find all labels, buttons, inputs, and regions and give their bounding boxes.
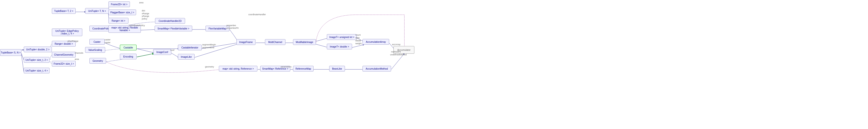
node-unituple-size-t-2[interactable]: UniTuple< size_t, 2 >: [24, 57, 50, 63]
node-range-int[interactable]: Range< int >: [108, 18, 128, 24]
node-encoding[interactable]: Encoding: [120, 54, 136, 59]
label-policy: policy: [142, 18, 147, 20]
label-caster2: caster: [105, 41, 111, 44]
node-flaggerbase-size-t[interactable]: FlaggerBase< size_t >: [108, 9, 136, 15]
label-coordinatehandler: coordinateHandler: [248, 13, 266, 16]
node-map-string-reference[interactable]: map< std::string, Reference >: [219, 66, 257, 71]
label-conf: conf: [170, 49, 174, 51]
node-referencemap[interactable]: ReferenceMap: [293, 66, 313, 71]
label-geometry: geometry: [205, 66, 214, 68]
label-yrange: yRange: [142, 15, 149, 17]
node-unituple-size-t-4[interactable]: UniTuple< size_t, 4 >: [24, 68, 50, 73]
label-methodptr: methodPtr: [391, 51, 401, 53]
node-accumulationmethod[interactable]: AccumulationMethod: [363, 66, 391, 71]
svg-line-9: [137, 54, 154, 57]
diagram-container: TupleBase< 5, N > UniTuple< double, 2 > …: [0, 0, 868, 129]
svg-line-16: [316, 44, 328, 47]
node-castableiterator[interactable]: CastableIterator: [178, 45, 202, 51]
svg-line-18: [352, 45, 364, 47]
node-imaget-double[interactable]: ImageT< double >: [327, 44, 352, 50]
node-imaget-unsigned-int[interactable]: ImageT< unsigned int >: [327, 34, 357, 40]
node-channelgeometry[interactable]: ChannelGeometry: [52, 52, 75, 58]
svg-line-5: [141, 29, 157, 30]
node-modifiableimage[interactable]: ModifiableImage: [293, 39, 316, 45]
node-castable[interactable]: Castable: [120, 45, 136, 51]
node-frame2d-int[interactable]: Frame2D< int >: [108, 1, 130, 7]
svg-line-2: [22, 55, 24, 72]
node-tuplebase-5-n[interactable]: TupleBase< 5, N >: [0, 49, 22, 56]
label-propertiesptr: propertiesPtr: [226, 27, 239, 29]
node-unituple-double-2[interactable]: UniTuple< double, 2 >: [24, 46, 52, 52]
label-xrange: xRange: [142, 12, 149, 15]
label-physrange: physRange: [67, 40, 79, 42]
node-beanlike[interactable]: BeanLike: [329, 66, 345, 71]
svg-line-1: [22, 54, 24, 60]
svg-line-7: [137, 49, 154, 53]
label-caster1: caster: [105, 38, 111, 41]
node-frame2d-size-t[interactable]: Frame2D< size_t >: [52, 61, 75, 66]
node-valuescaling[interactable]: ValueScaling: [85, 47, 105, 53]
label-channels: channels: [75, 52, 83, 54]
svg-line-20: [391, 54, 404, 69]
label-properties: properties: [226, 24, 236, 27]
label-count: count: [355, 34, 361, 36]
label-accarray: accArray: [392, 43, 401, 45]
node-imagelike[interactable]: ImageLike: [178, 54, 194, 60]
label-data: data: [355, 37, 360, 39]
label-coordinatepolicy: _coordinatePolicy: [128, 24, 145, 27]
label-area: area: [139, 1, 144, 4]
node-smartmap-flexiblevariable[interactable]: SmartMap< FlexibleVariable >: [155, 26, 192, 31]
node-imageconf[interactable]: ImageConf: [153, 49, 171, 55]
node-tuplebase-t-2[interactable]: TupleBase< T, 2 >: [52, 8, 75, 14]
label-dict: dict: [142, 9, 145, 12]
node-coordinatehandler2d[interactable]: CoordinateHandler2D: [155, 18, 185, 24]
node-unituple-edgepolicy[interactable]: UniTuple< EdgePolicy::index_t, 4 >: [52, 29, 82, 36]
node-caster[interactable]: Caster: [89, 39, 105, 45]
label-datab: dataB: [355, 39, 361, 42]
label-segmentend: segmentEnd: [202, 46, 214, 49]
svg-line-10: [171, 53, 179, 58]
node-accumulationarray[interactable]: AccumulationArray: [363, 39, 389, 45]
label-area2: area: [75, 58, 79, 60]
label-undefinedmethod: undefinedMethod: [390, 54, 407, 56]
label-parameters: parameters: [281, 66, 291, 68]
node-geometry[interactable]: Geometry: [89, 58, 106, 64]
node-unituple-t-n[interactable]: UniTuple< T, N >: [85, 8, 109, 14]
node-flexvariablemap[interactable]: FlexVariableMap: [206, 26, 229, 31]
node-imageframe[interactable]: ImageFrame: [237, 39, 255, 45]
label-weight: weight: [355, 42, 362, 45]
label-segmentbegin: segmentBegin: [202, 43, 216, 46]
node-multichannel[interactable]: MultiChannel: [265, 39, 285, 45]
svg-line-15: [316, 38, 328, 41]
edges-svg: [0, 0, 868, 129]
